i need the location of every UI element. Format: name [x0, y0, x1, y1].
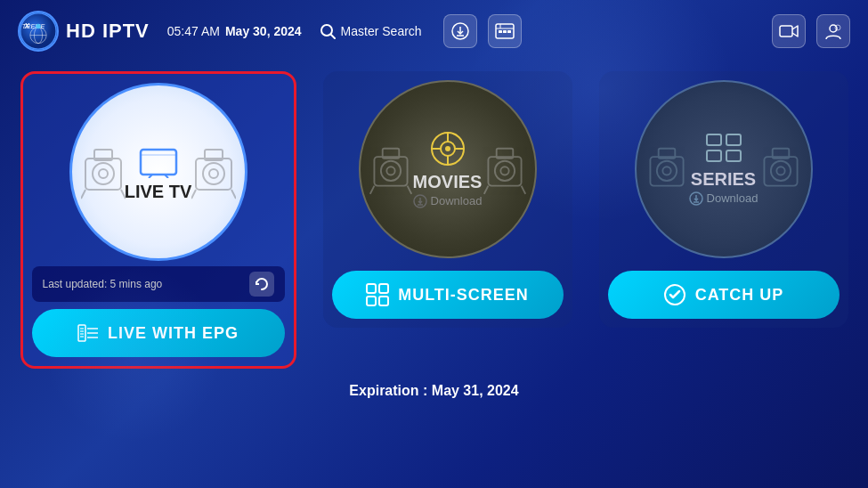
svg-line-8 [331, 35, 335, 38]
svg-rect-67 [367, 297, 376, 305]
header-right-icons [772, 14, 850, 48]
series-label: SERIES [691, 169, 756, 190]
series-camera-left-icon [645, 141, 688, 199]
svg-point-7 [321, 25, 332, 36]
series-grid-icon [706, 134, 742, 164]
svg-point-71 [662, 167, 670, 175]
svg-point-52 [500, 167, 508, 175]
movies-circle: MOVIES Download [359, 80, 537, 258]
user-button[interactable] [816, 14, 850, 48]
user-icon [824, 22, 842, 40]
logo-area: X TREME HD IPTV [18, 11, 150, 52]
download-icon [451, 22, 469, 40]
movies-download: Download [413, 194, 483, 208]
header-date: May 30, 2024 [225, 24, 302, 38]
svg-line-31 [231, 190, 236, 199]
svg-point-46 [386, 167, 394, 175]
camera-left-icon [81, 141, 126, 203]
movies-camera-right-icon [483, 141, 526, 199]
refresh-icon [255, 277, 269, 291]
svg-rect-16 [507, 30, 511, 33]
catch-up-label: CATCH UP [695, 286, 784, 305]
expiration-text: Expiration : May 31, 2024 [349, 383, 518, 399]
search-icon [320, 23, 336, 39]
svg-line-55 [521, 186, 525, 194]
svg-point-75 [776, 167, 784, 175]
svg-rect-17 [780, 26, 792, 37]
header-icons [443, 14, 522, 48]
refresh-button[interactable] [249, 272, 274, 297]
live-tv-circle: LIVE TV [69, 83, 247, 261]
tv-icon [136, 142, 181, 178]
svg-point-27 [203, 163, 224, 184]
series-download: Download [689, 191, 758, 206]
svg-rect-14 [499, 30, 502, 33]
multi-screen-label: MULTI-SCREEN [398, 286, 529, 305]
svg-rect-80 [726, 150, 741, 161]
download-button[interactable] [443, 14, 477, 48]
svg-line-48 [369, 186, 374, 194]
svg-point-45 [380, 161, 400, 181]
search-label: Master Search [341, 24, 422, 38]
svg-rect-65 [367, 284, 376, 293]
svg-point-74 [770, 161, 790, 181]
svg-line-49 [407, 186, 411, 194]
catch-up-button[interactable]: CATCH UP [608, 271, 840, 319]
series-download-label: Download [707, 191, 758, 205]
download-circle-icon [413, 194, 427, 208]
series-camera-right-icon [759, 141, 802, 199]
epg-icon [495, 23, 515, 39]
app-title: HD IPTV [66, 20, 150, 43]
svg-line-54 [483, 186, 488, 194]
catch-up-icon [663, 283, 686, 306]
movies-label: MOVIES [413, 172, 483, 192]
camera-right-icon [191, 141, 236, 203]
header-time: 05:47 AM [167, 24, 220, 38]
svg-rect-78 [726, 134, 741, 145]
epg-button[interactable] [488, 14, 522, 48]
search-button[interactable]: Master Search [320, 23, 422, 39]
header: X TREME HD IPTV 05:47 AM May 30, 2024 Ma… [0, 0, 868, 62]
logo-circle: X TREME [18, 11, 59, 52]
live-tv-label: LIVE TV [125, 182, 192, 202]
svg-rect-68 [379, 297, 388, 305]
multi-screen-button[interactable]: MULTI-SCREEN [332, 271, 564, 319]
movies-download-label: Download [431, 194, 483, 207]
svg-rect-66 [379, 284, 388, 293]
svg-rect-15 [503, 30, 507, 33]
multi-screen-icon [366, 283, 389, 306]
record-icon [779, 24, 799, 38]
series-circle: SERIES Download [635, 80, 813, 258]
svg-rect-79 [707, 150, 721, 161]
svg-rect-77 [707, 134, 721, 145]
svg-line-24 [81, 190, 85, 199]
svg-point-58 [445, 146, 450, 151]
svg-point-6 [36, 24, 40, 28]
svg-point-22 [99, 169, 108, 178]
film-reel-icon [430, 131, 466, 167]
svg-rect-32 [141, 150, 176, 175]
series-download-icon [689, 191, 703, 206]
svg-point-70 [656, 161, 676, 181]
svg-point-19 [835, 25, 840, 30]
record-button[interactable] [772, 14, 806, 48]
svg-point-21 [93, 163, 114, 184]
svg-point-51 [494, 161, 514, 181]
movies-camera-left-icon [369, 141, 412, 199]
svg-point-28 [209, 169, 218, 178]
